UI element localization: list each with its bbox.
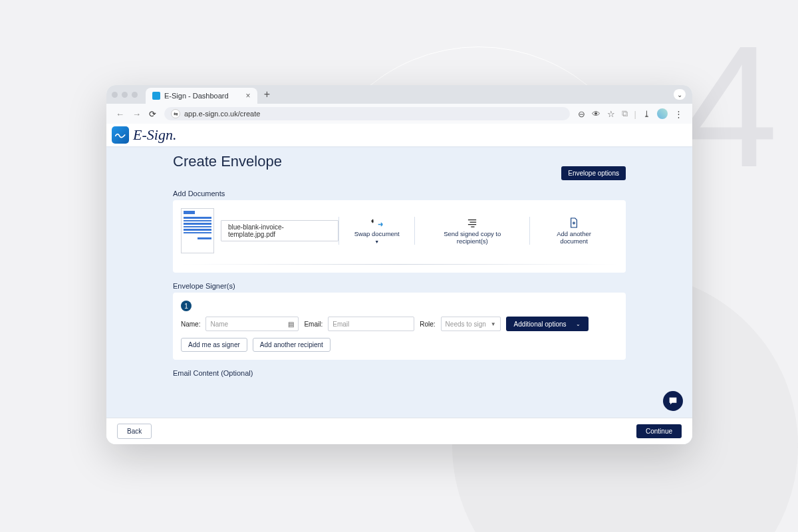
browser-toolbar: ← → ⟳ ⇆ app.e-sign.co.uk/create ⊖ 👁 ☆ ⧉ … (106, 104, 692, 124)
email-label: Email: (304, 321, 323, 328)
document-plus-icon (542, 217, 606, 229)
add-documents-label: Add Documents (173, 190, 626, 198)
divider (181, 264, 618, 265)
list-icon (427, 217, 517, 229)
url-text: app.e-sign.co.uk/create (184, 110, 260, 118)
chevron-down-icon: ⌄ (576, 321, 581, 327)
role-select[interactable]: Needs to sign ▼ (441, 317, 501, 331)
envelope-signers-label: Envelope Signer(s) (173, 282, 626, 290)
new-tab-button[interactable]: + (264, 88, 270, 100)
browser-tab-strip: E-Sign - Dashboard × + ⌄ (106, 85, 692, 104)
incognito-icon[interactable]: 👁 (592, 109, 600, 119)
favicon-icon (152, 92, 160, 100)
tab-overflow-button[interactable]: ⌄ (674, 89, 686, 100)
window-controls (112, 92, 138, 98)
app-viewport: E-Sign. Create Envelope Envelope options… (106, 124, 692, 444)
contacts-icon[interactable]: ▤ (288, 321, 294, 328)
menu-icon[interactable]: ⋮ (674, 109, 683, 119)
address-bar[interactable]: ⇆ app.e-sign.co.uk/create (164, 107, 570, 120)
name-label: Name: (181, 321, 200, 328)
chevron-down-icon: ▼ (491, 321, 496, 327)
window-max-dot[interactable] (132, 92, 138, 98)
close-tab-icon[interactable]: × (246, 91, 251, 100)
reload-icon[interactable]: ⟳ (149, 109, 156, 119)
add-another-recipient-button[interactable]: Add another recipient (253, 338, 331, 352)
window-close-dot[interactable] (112, 92, 118, 98)
page-footer: Back Continue (106, 418, 692, 444)
signers-card: 1 Name: Name ▤ Email: Email Role: Needs … (173, 293, 626, 360)
role-label: Role: (420, 321, 435, 328)
page-title: Create Envelope (173, 153, 282, 170)
swap-icon (351, 217, 403, 229)
continue-button[interactable]: Continue (636, 424, 682, 438)
app-header: E-Sign. (106, 124, 692, 146)
download-icon[interactable]: ⤓ (643, 109, 650, 119)
chat-widget-button[interactable] (663, 391, 683, 411)
signer-number-badge: 1 (181, 301, 192, 311)
documents-card: blue-blank-invoice-template.jpg.pdf Swap… (173, 200, 626, 273)
swap-document-button[interactable]: Swap document ▼ (338, 217, 415, 245)
logo-text: E-Sign. (133, 126, 176, 144)
nav-forward-icon[interactable]: → (132, 109, 141, 119)
toolbar-icons: ⊖ 👁 ☆ ⧉ | ⤓ ⋮ (578, 108, 683, 119)
separator: | (634, 109, 636, 119)
browser-tab[interactable]: E-Sign - Dashboard × (146, 88, 257, 104)
email-content-label: Email Content (Optional) (173, 369, 626, 377)
document-filename-input[interactable]: blue-blank-invoice-template.jpg.pdf (221, 220, 338, 241)
site-settings-icon[interactable]: ⇆ (171, 109, 180, 118)
page-content: Create Envelope Envelope options Add Doc… (106, 146, 692, 418)
tab-title: E-Sign - Dashboard (164, 92, 229, 100)
window-min-dot[interactable] (122, 92, 128, 98)
profile-avatar[interactable] (657, 108, 668, 119)
extensions-icon[interactable]: ⧉ (622, 108, 628, 119)
logo-icon (112, 126, 129, 144)
document-thumbnail[interactable] (181, 208, 214, 253)
send-signed-copy-button[interactable]: Send signed copy to recipient(s) (414, 217, 529, 245)
nav-back-icon[interactable]: ← (116, 109, 124, 119)
back-button[interactable]: Back (117, 424, 152, 439)
add-me-as-signer-button[interactable]: Add me as signer (181, 338, 247, 352)
bookmark-icon[interactable]: ☆ (607, 109, 615, 119)
name-input[interactable]: Name ▤ (205, 317, 299, 331)
bg-step-number: 4 (682, 20, 778, 193)
browser-window: E-Sign - Dashboard × + ⌄ ← → ⟳ ⇆ app.e-s… (106, 85, 692, 444)
zoom-icon[interactable]: ⊖ (578, 109, 585, 119)
additional-options-button[interactable]: Additional options ⌄ (506, 317, 589, 331)
email-input[interactable]: Email (328, 317, 414, 331)
envelope-options-button[interactable]: Envelope options (561, 166, 626, 180)
add-document-button[interactable]: Add another document (529, 217, 618, 245)
